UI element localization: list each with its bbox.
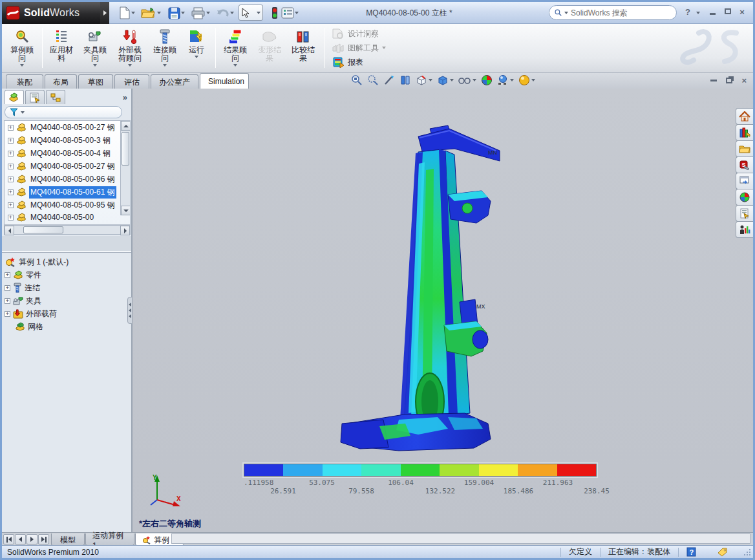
open-icon[interactable] bbox=[140, 5, 156, 21]
save-icon[interactable] bbox=[166, 5, 182, 21]
study-item-connections[interactable]: + 连结 bbox=[3, 281, 131, 294]
apply-material-button[interactable]: 应用材料 bbox=[45, 26, 78, 71]
feature-tree-item[interactable]: + MQ4040-08-05-00-27 钢 bbox=[5, 121, 121, 134]
expand-icon[interactable]: + bbox=[8, 125, 14, 131]
options-dropdown-icon[interactable] bbox=[295, 12, 299, 14]
doc-restore-button[interactable] bbox=[726, 78, 732, 83]
panel-splitter-handle[interactable] bbox=[127, 297, 133, 324]
scroll-left-icon[interactable] bbox=[5, 226, 14, 235]
expand-icon[interactable]: + bbox=[8, 151, 14, 156]
compare-results-button[interactable]: 比较结果 bbox=[286, 26, 320, 71]
close-button[interactable]: × bbox=[736, 7, 748, 17]
tab-evaluate[interactable]: 评估 bbox=[114, 74, 149, 89]
feature-tree-item[interactable]: + MQ4040-08-05-00-3 钢 bbox=[5, 134, 121, 147]
first-study-button[interactable] bbox=[3, 534, 14, 544]
expand-icon[interactable]: + bbox=[8, 215, 14, 221]
section-view-icon[interactable] bbox=[399, 74, 411, 86]
graphics-viewport[interactable]: MN MX .111958 53.075 106.04 bbox=[133, 89, 753, 532]
expand-icon[interactable]: + bbox=[8, 189, 14, 195]
tab-property-manager[interactable] bbox=[25, 90, 45, 104]
tab-sketch[interactable]: 草图 bbox=[78, 74, 113, 89]
hide-show-items-icon[interactable] bbox=[458, 76, 476, 85]
custom-properties-icon[interactable] bbox=[736, 205, 753, 222]
fea-model[interactable]: MN MX bbox=[321, 125, 515, 461]
last-study-button[interactable] bbox=[38, 534, 49, 544]
study-item-mesh[interactable]: 网格 bbox=[3, 320, 131, 333]
file-explorer-icon[interactable] bbox=[736, 140, 753, 157]
feature-tree-item[interactable]: + MQ4040-08-05-00-4 钢 bbox=[5, 147, 121, 160]
tags-button[interactable] bbox=[704, 548, 741, 557]
report-button[interactable]: 报表 bbox=[329, 55, 388, 69]
fixtures-advisor-button[interactable]: 夹具顾问 bbox=[78, 26, 112, 71]
edit-appearance-icon[interactable] bbox=[481, 74, 493, 86]
study-item-external-loads[interactable]: + 外部载荷 bbox=[3, 307, 131, 320]
undo-dropdown-icon[interactable] bbox=[230, 12, 234, 14]
print-dropdown-icon[interactable] bbox=[206, 12, 210, 14]
doc-close-button[interactable]: × bbox=[741, 76, 747, 85]
menu-expand-arrow[interactable] bbox=[100, 2, 109, 24]
zoom-to-area-icon[interactable] bbox=[367, 74, 379, 86]
tab-assembly[interactable]: 装配体 bbox=[6, 74, 43, 89]
expand-icon[interactable]: + bbox=[5, 298, 10, 304]
solidworks-content-icon[interactable] bbox=[736, 221, 753, 238]
study-root[interactable]: 算例 1 (-默认-) bbox=[3, 255, 131, 268]
scrollbar-thumb[interactable] bbox=[122, 132, 129, 166]
tab-office-products[interactable]: 办公室产品 bbox=[151, 74, 198, 89]
doc-minimize-button[interactable] bbox=[710, 80, 717, 81]
undo-icon[interactable] bbox=[215, 5, 231, 21]
scroll-right-icon[interactable] bbox=[120, 226, 130, 235]
expand-icon[interactable]: + bbox=[8, 138, 14, 144]
zoom-to-fit-icon[interactable] bbox=[351, 74, 363, 86]
scroll-down-icon[interactable] bbox=[121, 206, 131, 215]
feature-tree-item[interactable]: + MQ4040-08-05-00-95 钢 bbox=[5, 199, 121, 211]
design-library-icon[interactable] bbox=[736, 124, 753, 141]
new-document-icon[interactable] bbox=[117, 5, 133, 21]
expand-icon[interactable]: + bbox=[5, 311, 10, 317]
tab-model[interactable]: 模型 bbox=[51, 533, 85, 546]
toolbox-icon[interactable]: S bbox=[736, 156, 753, 173]
study-item-fixtures[interactable]: + 夹具 bbox=[3, 294, 131, 307]
appearances-icon[interactable] bbox=[736, 189, 753, 206]
next-study-button[interactable] bbox=[27, 534, 37, 544]
tree-vertical-scrollbar[interactable] bbox=[120, 121, 130, 215]
study-item-parts[interactable]: + 零件 bbox=[3, 268, 131, 281]
options-icon[interactable] bbox=[280, 5, 295, 21]
tab-simulation[interactable]: Simulation bbox=[200, 73, 249, 89]
results-advisor-button[interactable]: 结果顾问 bbox=[218, 26, 253, 71]
scroll-up-icon[interactable] bbox=[121, 121, 131, 131]
tab-feature-manager[interactable] bbox=[5, 90, 24, 104]
save-dropdown-icon[interactable] bbox=[181, 12, 185, 14]
scrollbar-thumb[interactable] bbox=[23, 226, 63, 233]
expand-icon[interactable]: + bbox=[5, 272, 10, 278]
feature-tree-item[interactable]: + MQ4040-08-05-00 bbox=[5, 211, 121, 223]
search-input[interactable] bbox=[571, 8, 671, 17]
feature-tree-item[interactable]: + MQ4040-08-05-00-27 钢 bbox=[5, 160, 121, 173]
view-orientation-icon[interactable] bbox=[416, 74, 432, 86]
expand-icon[interactable]: + bbox=[8, 177, 14, 182]
select-cursor-button[interactable] bbox=[239, 5, 263, 21]
run-button[interactable]: 运行 bbox=[182, 26, 211, 71]
search-box[interactable] bbox=[549, 5, 677, 20]
panel-expand-chevron[interactable]: » bbox=[123, 92, 127, 102]
panel-splitter-strip[interactable] bbox=[2, 236, 131, 253]
expand-icon[interactable]: + bbox=[5, 285, 10, 291]
previous-study-button[interactable] bbox=[15, 534, 26, 544]
quick-tips-button[interactable]: ? bbox=[678, 548, 704, 557]
home-icon[interactable] bbox=[736, 108, 753, 125]
minimize-button[interactable] bbox=[710, 13, 716, 15]
study-advisor-button[interactable]: 算例顾问 bbox=[5, 26, 39, 71]
expand-icon[interactable]: + bbox=[8, 164, 14, 169]
feature-tree-item-selected[interactable]: + MQ4040-08-05-00-61 钢 bbox=[5, 186, 121, 199]
help-dropdown-icon[interactable] bbox=[696, 12, 700, 14]
view-palette-icon[interactable] bbox=[736, 173, 753, 189]
print-icon[interactable] bbox=[190, 5, 206, 21]
new-dropdown-icon[interactable] bbox=[131, 12, 135, 14]
tab-configuration-manager[interactable] bbox=[46, 90, 65, 104]
view-settings-icon[interactable] bbox=[518, 74, 535, 86]
tree-horizontal-scrollbar[interactable] bbox=[4, 225, 131, 235]
tab-motion-study-1[interactable]: 运动算例 1 bbox=[85, 533, 134, 546]
open-dropdown-icon[interactable] bbox=[157, 12, 161, 14]
expand-icon[interactable]: + bbox=[8, 202, 14, 208]
help-button[interactable]: ? bbox=[682, 7, 694, 17]
tab-layout[interactable]: 布局 bbox=[45, 74, 77, 89]
